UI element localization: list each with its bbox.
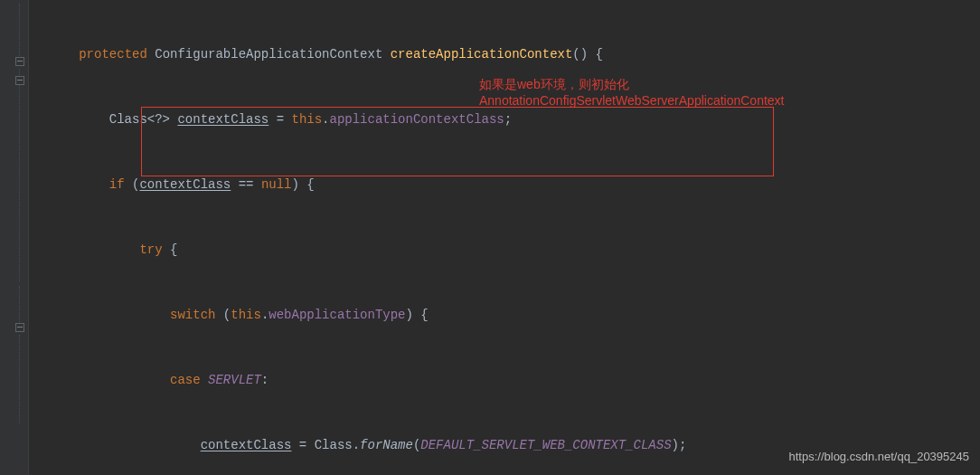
fold-icon[interactable] [15, 57, 24, 66]
code-line: if (contextClass == null) { [56, 174, 980, 195]
code-editor[interactable]: protected ConfigurableApplicationContext… [29, 0, 980, 475]
code-line: protected ConfigurableApplicationContext… [56, 43, 980, 65]
code-line: try { [56, 239, 980, 261]
fold-icon[interactable] [15, 323, 24, 332]
fold-icon[interactable] [15, 76, 24, 85]
code-line: switch (this.webApplicationType) { [56, 304, 980, 326]
watermark: https://blog.csdn.net/qq_20395245 [789, 446, 970, 468]
code-line: case SERVLET: [56, 369, 980, 391]
code-line: Class<?> contextClass = this.application… [56, 109, 980, 130]
editor-gutter [0, 0, 29, 475]
